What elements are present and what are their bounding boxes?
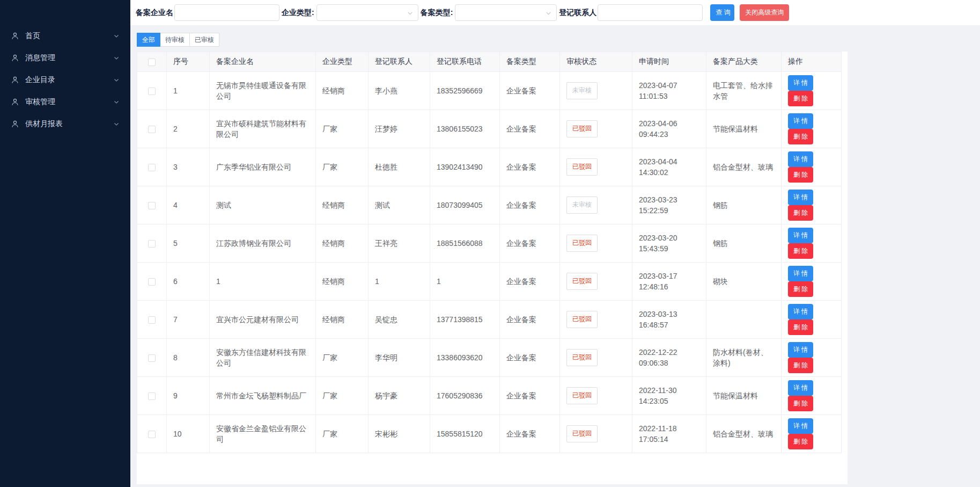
chevron-down-icon: [113, 121, 120, 127]
records-table: 序号备案企业名企业类型登记联系人登记联系电话备案类型审核状态申请时间备案产品大类…: [137, 52, 842, 453]
chevron-down-icon: [113, 33, 120, 39]
row-apply-time: 2023-04-06 09:44:23: [632, 110, 706, 148]
row-filing-type: 企业备案: [500, 148, 560, 186]
row-checkbox[interactable]: [148, 316, 156, 324]
detail-button[interactable]: 详 情: [788, 190, 813, 205]
delete-button[interactable]: 删 除: [788, 358, 813, 373]
delete-button[interactable]: 删 除: [788, 129, 813, 144]
row-contact: 测试: [369, 186, 430, 224]
sidebar-item-label: 审核管理: [25, 97, 113, 107]
row-checkbox[interactable]: [148, 202, 156, 209]
table-row: 6 1 经销商 1 1 企业备案 已驳回 2023-03-17 12:48:16…: [137, 263, 842, 301]
sidebar-item[interactable]: 企业目录: [0, 69, 130, 91]
row-company: 安徽东方佳信建材科技有限公司: [210, 339, 316, 377]
status-tab[interactable]: 待审核: [160, 33, 190, 47]
user-icon: [11, 76, 19, 84]
status-badge: 已驳回: [566, 387, 598, 404]
row-checkbox[interactable]: [148, 126, 156, 133]
row-apply-time: 2022-11-18 17:05:14: [632, 415, 706, 453]
row-index: 4: [167, 186, 210, 224]
row-apply-time: 2023-03-20 15:43:59: [632, 224, 706, 263]
delete-button[interactable]: 删 除: [788, 281, 813, 297]
table-header-row: 序号备案企业名企业类型登记联系人登记联系电话备案类型审核状态申请时间备案产品大类…: [137, 52, 842, 72]
delete-button[interactable]: 删 除: [788, 205, 813, 221]
detail-button[interactable]: 详 情: [788, 151, 813, 167]
detail-button[interactable]: 详 情: [788, 75, 813, 91]
row-checkbox[interactable]: [148, 392, 156, 400]
table-row: 10 安徽省金兰金盈铝业有限公司 厂家 宋彬彬 15855815120 企业备案…: [137, 415, 842, 453]
row-company: 广东季华铝业有限公司: [210, 148, 316, 186]
header-checkbox-cell: [137, 52, 167, 72]
column-header: 申请时间: [632, 52, 706, 72]
chevron-down-icon: [113, 77, 120, 83]
contact-filter-input[interactable]: [598, 4, 703, 21]
filing-type-select[interactable]: [455, 4, 557, 21]
filing-type-filter-label: 备案类型:: [421, 8, 453, 18]
row-filing-type: 企业备案: [500, 339, 560, 377]
status-badge: 已驳回: [566, 273, 598, 289]
status-badge: 已驳回: [566, 349, 598, 366]
delete-button[interactable]: 删 除: [788, 167, 813, 183]
row-phone: 13806155023: [430, 110, 500, 148]
row-checkbox[interactable]: [148, 354, 156, 362]
sidebar-item[interactable]: 首页: [0, 25, 130, 47]
row-index: 2: [167, 110, 210, 148]
row-product-category: 电工套管、给水排水管: [706, 72, 782, 110]
row-contact: 杜德胜: [369, 148, 430, 186]
sidebar-item[interactable]: 供材月报表: [0, 113, 130, 135]
detail-button[interactable]: 详 情: [788, 342, 813, 358]
table-row: 9 常州市金坛飞杨塑料制品厂 厂家 杨宇豪 17605290836 企业备案 已…: [137, 377, 842, 415]
row-checkbox[interactable]: [148, 240, 156, 248]
status-badge: 已驳回: [566, 158, 598, 175]
delete-button[interactable]: 删 除: [788, 319, 813, 335]
row-enterprise-type: 厂家: [316, 415, 369, 453]
row-checkbox[interactable]: [148, 88, 156, 95]
row-index: 1: [167, 72, 210, 110]
row-company: 1: [210, 263, 316, 301]
sidebar-item[interactable]: 消息管理: [0, 47, 130, 69]
sidebar-item-label: 企业目录: [25, 75, 113, 85]
sidebar-item[interactable]: 审核管理: [0, 91, 130, 113]
enterprise-type-select[interactable]: [316, 4, 418, 21]
search-button[interactable]: 查 询: [710, 4, 734, 21]
status-badge: 已驳回: [566, 425, 598, 442]
row-contact: 1: [369, 263, 430, 301]
table-row: 3 广东季华铝业有限公司 厂家 杜德胜 13902413490 企业备案 已驳回…: [137, 148, 842, 186]
row-apply-time: 2023-03-13 16:48:57: [632, 301, 706, 339]
row-checkbox[interactable]: [148, 431, 156, 438]
row-index: 9: [167, 377, 210, 415]
chevron-down-icon: [407, 10, 414, 17]
row-checkbox[interactable]: [148, 278, 156, 286]
row-product-category: 砌块: [706, 263, 782, 301]
detail-button[interactable]: 详 情: [788, 380, 813, 396]
company-filter-input[interactable]: [174, 4, 279, 21]
sidebar-item-label: 消息管理: [25, 53, 113, 63]
delete-button[interactable]: 删 除: [788, 243, 813, 259]
status-tab[interactable]: 已审核: [189, 33, 219, 47]
detail-button[interactable]: 详 情: [788, 266, 813, 281]
row-enterprise-type: 经销商: [316, 263, 369, 301]
table-body: 1 无锡市昊特佳暖通设备有限公司 经销商 李小燕 18352596669 企业备…: [137, 72, 842, 453]
row-filing-type: 企业备案: [500, 377, 560, 415]
table-row: 1 无锡市昊特佳暖通设备有限公司 经销商 李小燕 18352596669 企业备…: [137, 72, 842, 110]
detail-button[interactable]: 详 情: [788, 113, 813, 129]
close-advanced-search-button[interactable]: 关闭高级查询: [740, 4, 789, 21]
row-enterprise-type: 厂家: [316, 110, 369, 148]
detail-button[interactable]: 详 情: [788, 228, 813, 243]
row-checkbox[interactable]: [148, 164, 156, 171]
detail-button[interactable]: 详 情: [788, 418, 813, 434]
delete-button[interactable]: 删 除: [788, 396, 813, 411]
status-tab[interactable]: 全部: [137, 33, 160, 47]
delete-button[interactable]: 删 除: [788, 91, 813, 106]
select-all-checkbox[interactable]: [148, 59, 156, 66]
row-contact: 王祥亮: [369, 224, 430, 263]
detail-button[interactable]: 详 情: [788, 304, 813, 319]
row-filing-type: 企业备案: [500, 263, 560, 301]
row-company: 宜兴市公元建材有限公司: [210, 301, 316, 339]
delete-button[interactable]: 删 除: [788, 434, 813, 449]
row-product-category: 节能保温材料: [706, 377, 782, 415]
status-badge: 已驳回: [566, 311, 598, 328]
row-product-category: 节能保温材料: [706, 110, 782, 148]
table-row: 4 测试 经销商 测试 18073099405 企业备案 未审核 2023-03…: [137, 186, 842, 224]
chevron-down-icon: [545, 10, 552, 17]
